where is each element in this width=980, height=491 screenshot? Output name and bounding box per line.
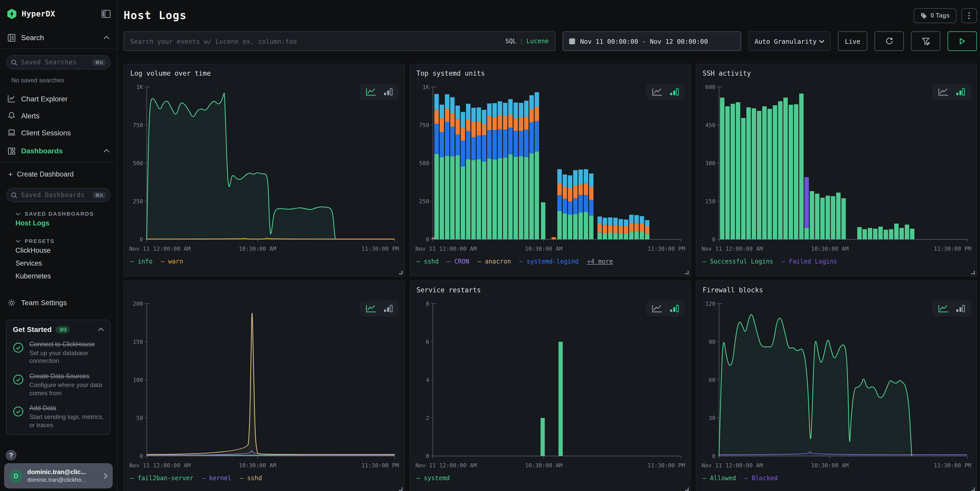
check-circle-icon <box>13 340 24 365</box>
presets-section-header[interactable]: PRESETS <box>0 238 117 244</box>
svg-text:0: 0 <box>140 453 143 459</box>
line-chart-icon[interactable] <box>363 86 379 97</box>
svg-text:11:30:00 PM: 11:30:00 PM <box>648 462 685 469</box>
legend-item[interactable]: — CRON <box>447 258 469 265</box>
chevron-down-icon <box>819 40 824 43</box>
run-query-button[interactable] <box>948 32 977 51</box>
panel-title: Service restarts <box>410 281 690 297</box>
help-button[interactable]: ? <box>4 448 18 462</box>
saved-searches-input[interactable]: Saved Searches ⌘K <box>6 55 111 70</box>
saved-dashboards-section-header[interactable]: SAVED DASHBOARDS <box>0 210 117 217</box>
svg-text:10:30:00 AM: 10:30:00 AM <box>239 462 277 469</box>
get-started-item[interactable]: Add DataStart sending logs, metrics, or … <box>13 404 104 429</box>
sidebar-item-client-sessions[interactable]: Client Sessions <box>0 124 117 141</box>
saved-dashboards-input[interactable]: Saved Dashboards ⌘K <box>6 188 111 202</box>
resize-handle[interactable] <box>685 271 689 274</box>
resize-handle[interactable] <box>399 488 402 491</box>
chart-plot[interactable]: 050100150200Nov 11 12:00:00 AM10:30:00 A… <box>129 297 399 472</box>
chart-plot[interactable]: 02468Nov 11 12:00:00 AM10:30:00 AM11:30:… <box>415 297 685 472</box>
sidebar-item-services[interactable]: Services <box>0 257 117 270</box>
get-started-card: Get Started 3/3 Connect to ClickHouseSet… <box>6 319 111 435</box>
laptop-icon <box>7 128 16 137</box>
line-chart-icon[interactable] <box>649 86 665 97</box>
calendar-icon <box>569 38 576 45</box>
dashboard-menu-button[interactable] <box>961 8 977 23</box>
legend-item[interactable]: — fail2ban-server <box>130 475 194 482</box>
legend-item[interactable]: — Successful Logins <box>703 258 773 265</box>
panel-firewall-blocks: Firewall blocks0306090120Nov 11 12:00:00… <box>696 281 977 491</box>
sidebar-item-dashboards[interactable]: Dashboards <box>0 142 117 160</box>
sidebar-item-host-logs[interactable]: Host Logs <box>0 217 117 230</box>
date-range-input[interactable]: Nov 11 00:00:00 - Nov 12 00:00:00 <box>563 32 741 51</box>
bar-chart-icon[interactable] <box>953 86 968 97</box>
tags-button[interactable]: 0 Tags <box>913 8 956 23</box>
bar-chart-icon[interactable] <box>381 303 395 314</box>
line-chart-icon[interactable] <box>363 303 379 314</box>
create-dashboard-button[interactable]: + Create Dashboard <box>0 166 117 182</box>
line-chart-icon[interactable] <box>936 86 951 97</box>
sidebar: HyperDX Search Saved Searches ⌘K No save… <box>0 0 117 491</box>
legend-item[interactable]: — Blocked <box>744 475 778 482</box>
legend-more-link[interactable]: +4 more <box>587 258 613 265</box>
chart-plot[interactable]: 02505007501KNov 11 12:00:00 AM10:30:00 A… <box>129 81 399 255</box>
avatar: D <box>9 469 23 483</box>
filter-button[interactable] <box>911 32 940 51</box>
resize-handle[interactable] <box>399 271 402 274</box>
svg-text:150: 150 <box>133 338 143 345</box>
legend-item[interactable]: — Failed Logins <box>781 258 837 265</box>
chart-plot[interactable]: 0150300450600Nov 11 12:00:00 AM10:30:00 … <box>702 81 971 255</box>
live-button[interactable]: Live <box>838 32 867 51</box>
legend-item[interactable]: — kernel <box>202 475 232 482</box>
sidebar-item-clickhouse[interactable]: ClickHouse <box>0 244 117 257</box>
sidebar-item-alerts[interactable]: Alerts <box>0 107 117 124</box>
line-chart-icon[interactable] <box>649 303 665 314</box>
sidebar-item-team-settings[interactable]: Team Settings <box>0 294 117 311</box>
legend-item[interactable]: — sshd <box>417 258 439 265</box>
svg-text:1K: 1K <box>423 84 430 90</box>
bar-chart-icon[interactable] <box>953 303 968 314</box>
legend-item[interactable]: — info <box>130 258 153 265</box>
line-chart-icon[interactable] <box>936 303 951 314</box>
bar-chart-icon[interactable] <box>667 86 681 97</box>
chart-plot[interactable]: 0306090120Nov 11 12:00:00 AM10:30:00 AM1… <box>702 297 971 472</box>
legend-item[interactable]: — anacron <box>477 258 511 265</box>
svg-text:90: 90 <box>709 338 716 345</box>
divider <box>0 162 117 162</box>
sidebar-item-chart-explorer[interactable]: Chart Explorer <box>0 90 117 107</box>
resize-handle[interactable] <box>685 488 689 491</box>
legend-item[interactable]: — warn <box>161 258 183 265</box>
sql-mode-toggle[interactable]: SQL <box>505 38 516 45</box>
lucene-mode-toggle[interactable]: Lucene <box>526 38 549 45</box>
bar-chart-icon[interactable] <box>667 303 681 314</box>
preset-list: ClickHouseServicesKubernetes <box>0 244 117 283</box>
get-started-item[interactable]: Create Data SourcesConfigure where your … <box>13 372 104 397</box>
bar-chart-icon[interactable] <box>381 86 395 97</box>
get-started-item[interactable]: Connect to ClickHouseSet up your databas… <box>13 340 104 365</box>
svg-text:Nov 11 12:00:00 AM: Nov 11 12:00:00 AM <box>129 462 191 469</box>
get-started-item-title: Add Data <box>29 404 104 413</box>
sidebar-item-search[interactable]: Search <box>0 29 117 46</box>
legend-item[interactable]: — systemd <box>417 475 450 482</box>
legend-item[interactable]: — systemd-logind <box>519 258 579 265</box>
refresh-button[interactable] <box>875 32 904 51</box>
chart-plot[interactable]: 02505007501KNov 11 12:00:00 AM10:30:00 A… <box>415 81 685 255</box>
svg-text:10:30:00 AM: 10:30:00 AM <box>239 246 277 252</box>
shortcut-badge: ⌘K <box>92 192 106 199</box>
sidebar-item-kubernetes[interactable]: Kubernetes <box>0 270 117 283</box>
svg-text:11:30:00 PM: 11:30:00 PM <box>648 246 685 252</box>
svg-text:11:30:00 PM: 11:30:00 PM <box>361 462 399 469</box>
search-section-icon <box>7 33 16 42</box>
check-circle-icon <box>13 404 24 429</box>
collapse-sidebar-button[interactable] <box>102 10 111 18</box>
chevron-up-icon[interactable] <box>98 327 104 331</box>
legend-item[interactable]: — sshd <box>240 475 262 482</box>
resize-handle[interactable] <box>971 488 975 491</box>
chart-legend: — systemd <box>410 472 690 482</box>
granularity-select[interactable]: Auto Granularity <box>748 32 831 51</box>
event-search-input[interactable]: Search your events w/ Lucene ex. column:… <box>124 32 555 51</box>
resize-handle[interactable] <box>971 271 975 274</box>
get-started-item-title: Create Data Sources <box>29 372 104 381</box>
user-menu[interactable]: D dominic.tran@clic... dominic.tran@clic… <box>4 463 113 488</box>
legend-item[interactable]: — Allowed <box>703 475 736 482</box>
svg-text:120: 120 <box>705 300 716 307</box>
